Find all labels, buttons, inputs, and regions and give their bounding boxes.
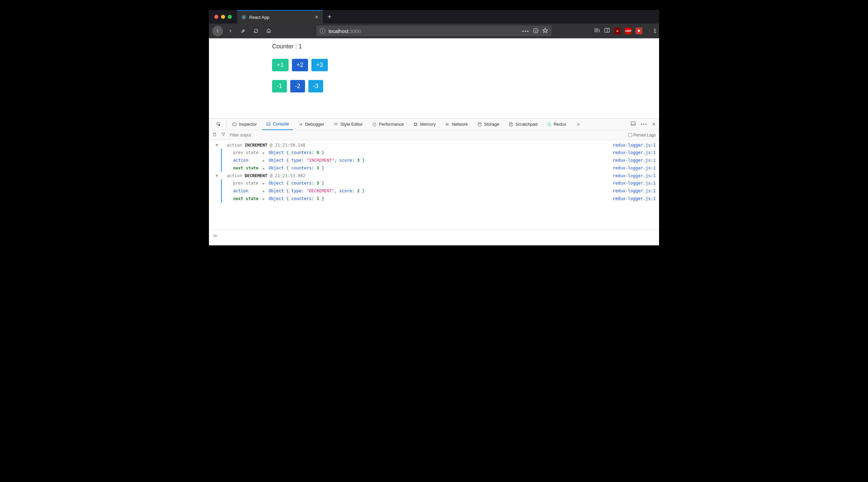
ublock-icon[interactable]: u (614, 28, 621, 34)
inc-3-button[interactable]: +3 (311, 59, 328, 71)
wrench-icon[interactable] (238, 26, 249, 36)
inc-2-button[interactable]: +2 (292, 59, 308, 71)
toolbar-right: u ABP ✱ (594, 27, 656, 35)
new-tab-button[interactable]: + (323, 13, 336, 20)
log-timestamp: @ 21:21:50.148 (270, 143, 305, 148)
tab-style-editor[interactable]: Style Editor (330, 119, 367, 130)
persist-logs-checkbox[interactable] (628, 133, 632, 137)
log-timestamp: @ 21:21:53.982 (270, 173, 305, 178)
chevron-down-icon[interactable]: ▼ (216, 172, 220, 180)
browser-window: React App ✕ + i localhost:3000 ••• u ABP… (209, 10, 659, 245)
chevron-right-icon[interactable]: ▶ (263, 149, 266, 157)
log-line: next state▶ Object { counters: 3 } redux… (209, 164, 659, 172)
tab-storage[interactable]: Storage (473, 119, 503, 130)
abp-icon[interactable]: ABP (625, 28, 631, 34)
chevron-right-icon[interactable]: ▶ (263, 157, 266, 164)
navigation-toolbar: i localhost:3000 ••• u ABP ✱ (209, 24, 659, 38)
devtools-close-icon[interactable]: ✕ (652, 122, 656, 127)
log-header[interactable]: ▼ action INCREMENT @ 21:21:50.148 redux-… (209, 142, 659, 149)
tab-redux[interactable]: Redux (543, 119, 570, 130)
log-line: action▶ Object { type: "DECREMENT", scor… (209, 187, 659, 195)
log-line: next state▶ Object { counters: 1 } redux… (209, 195, 659, 203)
decrement-row: -1 -2 -3 (272, 80, 659, 92)
log-header[interactable]: ▼ action DECREMENT @ 21:21:53.982 redux-… (209, 172, 659, 180)
chevron-down-icon[interactable]: ▼ (216, 142, 220, 149)
back-button[interactable] (212, 26, 223, 36)
tab-network[interactable]: Network (441, 119, 472, 130)
filter-input[interactable] (230, 133, 624, 138)
log-source-link[interactable]: redux-logger.js:1 (613, 195, 656, 203)
pocket-icon[interactable] (533, 28, 539, 35)
page-content: Counter : 1 +1 +2 +3 -1 -2 -3 (209, 38, 659, 118)
address-bar[interactable]: i localhost:3000 ••• (316, 26, 552, 36)
persist-logs-toggle[interactable]: Persist Logs (628, 133, 656, 138)
clear-console-icon[interactable] (212, 132, 217, 138)
chevron-right-icon[interactable]: ▶ (263, 187, 266, 195)
tab-inspector[interactable]: Inspector (228, 119, 261, 130)
chevron-right-icon[interactable]: ▶ (263, 165, 266, 172)
log-line: action▶ Object { type: "INCREMENT", scor… (209, 157, 659, 164)
log-line: prev state▶ Object { counters: 0 } redux… (209, 149, 659, 157)
log-action-type: INCREMENT (245, 143, 268, 148)
console-output: ▼ action INCREMENT @ 21:21:50.148 redux-… (209, 140, 659, 245)
dec-3-button[interactable]: -3 (308, 80, 323, 92)
tab-bar: React App ✕ + (209, 10, 659, 24)
tab-scratchpad[interactable]: Scratchpad (504, 119, 541, 130)
svg-rect-14 (631, 122, 635, 126)
maximize-window-icon[interactable] (228, 15, 232, 19)
close-window-icon[interactable] (214, 15, 218, 19)
counter-label: Counter : (272, 43, 299, 50)
counter-display: Counter : 1 (272, 43, 659, 50)
svg-point-13 (549, 124, 550, 124)
menu-button[interactable] (649, 29, 656, 33)
log-source-link[interactable]: redux-logger.js:1 (613, 187, 656, 195)
log-line: prev state▶ Object { counters: 3 } redux… (209, 180, 659, 187)
log-source-link[interactable]: redux-logger.js:1 (613, 172, 656, 180)
tab-debugger[interactable]: Debugger (294, 119, 328, 130)
increment-row: +1 +2 +3 (272, 59, 659, 71)
forward-button[interactable] (225, 26, 236, 36)
log-source-link[interactable]: redux-logger.js:1 (613, 164, 656, 172)
devtools-overflow-icon[interactable] (572, 119, 585, 130)
inc-1-button[interactable]: +1 (272, 59, 288, 71)
log-action-type: DECREMENT (245, 173, 268, 178)
devtools-dock-icon[interactable] (630, 121, 636, 127)
svg-rect-7 (267, 122, 271, 125)
console-filter-bar: Persist Logs (209, 130, 659, 140)
browser-tab[interactable]: React App ✕ (237, 10, 323, 24)
devtools-more-icon[interactable]: ••• (641, 122, 647, 127)
library-icon[interactable] (594, 27, 600, 35)
log-source-link[interactable]: redux-logger.js:1 (613, 157, 656, 164)
console-prompt[interactable]: ≫ (209, 230, 659, 241)
devtools-panel: Inspector Console Debugger Style Editor … (209, 118, 659, 245)
url-port: :3000 (348, 28, 361, 34)
log-source-link[interactable]: redux-logger.js:1 (613, 180, 656, 187)
tab-console[interactable]: Console (262, 119, 293, 130)
dec-1-button[interactable]: -1 (272, 80, 287, 92)
filter-funnel-icon[interactable] (221, 132, 226, 138)
close-tab-icon[interactable]: ✕ (315, 15, 319, 20)
tab-memory[interactable]: Memory (409, 119, 440, 130)
page-actions-icon[interactable]: ••• (522, 28, 529, 34)
info-icon[interactable]: i (320, 28, 325, 34)
devtools-pick-icon[interactable] (212, 119, 225, 130)
reload-button[interactable] (251, 26, 261, 36)
chevron-right-icon[interactable]: ▶ (263, 180, 266, 187)
tab-performance[interactable]: Performance (368, 119, 408, 130)
home-button[interactable] (264, 26, 274, 36)
log-source-link[interactable]: redux-logger.js:1 (613, 149, 656, 157)
persist-logs-label: Persist Logs (633, 133, 656, 138)
extension-icon[interactable]: ✱ (636, 28, 642, 34)
chevron-right-icon[interactable]: ▶ (263, 195, 266, 203)
bookmark-star-icon[interactable] (542, 28, 548, 35)
svg-point-0 (244, 17, 245, 18)
url-host: localhost (329, 28, 348, 34)
svg-rect-4 (604, 28, 609, 32)
minimize-window-icon[interactable] (221, 15, 225, 19)
devtools-tabbar: Inspector Console Debugger Style Editor … (209, 119, 659, 130)
svg-rect-6 (233, 123, 237, 125)
sidebar-icon[interactable] (604, 27, 610, 35)
dec-2-button[interactable]: -2 (290, 80, 305, 92)
log-source-link[interactable]: redux-logger.js:1 (613, 142, 656, 149)
counter-value: 1 (299, 43, 302, 50)
